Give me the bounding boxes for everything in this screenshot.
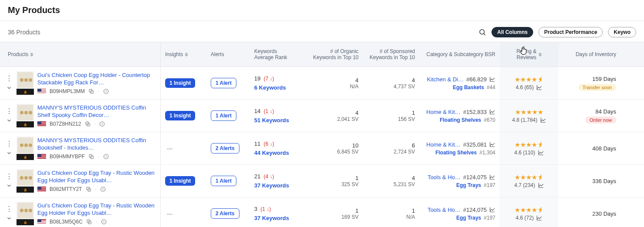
chart-icon[interactable] [536, 215, 542, 221]
dot-separator: · [98, 153, 100, 160]
kw-count-link[interactable]: 37 Keywords [254, 182, 289, 189]
expand-icon[interactable] [6, 183, 12, 189]
subcategory-link[interactable]: Egg Trays [456, 215, 481, 221]
chart-icon[interactable] [538, 182, 544, 188]
product-title-link[interactable]: MANNY'S MYSTERIOUS ODDITIES Coffin Shelf… [37, 104, 156, 119]
kw-count-link[interactable]: 51 Keywords [254, 117, 289, 124]
alert-badge[interactable]: 1 Alert [211, 176, 236, 186]
copy-icon[interactable] [86, 186, 92, 192]
expand-icon[interactable] [6, 215, 12, 221]
info-icon[interactable] [100, 186, 106, 192]
product-title-link[interactable]: MANNY'S MYSTERIOUS ODDITIES Coffin Books… [37, 137, 156, 152]
subcategory-link[interactable]: Floating Shelves [440, 117, 481, 123]
filter-keywords[interactable]: Keywo [608, 27, 636, 37]
chart-icon[interactable] [489, 207, 495, 213]
col-products[interactable]: Products [0, 42, 161, 67]
chart-icon[interactable] [536, 84, 542, 90]
row-menu-icon[interactable]: ⋮ [6, 75, 13, 82]
subcategory-link[interactable]: Egg Trays [456, 182, 481, 188]
chart-icon[interactable] [489, 141, 495, 147]
star-rating-icon: ★★★★★ [515, 108, 543, 116]
kw-change: (1 ↓) [260, 206, 271, 212]
info-icon[interactable] [103, 154, 109, 160]
expand-icon[interactable] [6, 85, 12, 91]
category-link[interactable]: Kitchen & Di… [427, 76, 464, 83]
category-rank: #152,833 [463, 109, 487, 115]
category-link[interactable]: Home & Kit… [426, 109, 461, 115]
row-menu-icon[interactable]: ⋮ [6, 173, 13, 180]
organic-count: 1 [355, 207, 359, 214]
product-title-link[interactable]: Gui's Chicken Coop Egg Tray - Rustic Woo… [37, 202, 156, 217]
amazon-badge-icon: a [17, 154, 34, 160]
product-thumbnail[interactable] [17, 169, 34, 187]
copy-icon[interactable] [88, 88, 94, 94]
row-menu-icon[interactable]: ⋮ [6, 108, 13, 115]
amazon-badge-icon: a [17, 89, 34, 95]
kw-count-link[interactable]: 37 Keywords [254, 215, 289, 221]
svg-point-37 [103, 188, 103, 188]
filter-product-performance[interactable]: Product Performance [538, 27, 603, 37]
chart-icon[interactable] [540, 117, 546, 123]
category-link[interactable]: Tools & Ho… [428, 174, 461, 180]
svg-point-39 [20, 209, 23, 212]
product-thumbnail[interactable] [17, 137, 34, 154]
svg-point-32 [29, 176, 32, 180]
row-menu-icon[interactable]: ⋮ [6, 140, 13, 147]
info-icon[interactable] [103, 88, 109, 94]
insight-badge[interactable]: 1 Insight [165, 176, 195, 186]
organic-sv: 2,041 SV [337, 116, 359, 122]
amazon-badge-icon: a [17, 187, 34, 193]
sponsored-sv: 156 SV [398, 116, 415, 122]
col-rating[interactable]: Rating & Reviews [500, 42, 558, 67]
alert-badge[interactable]: 2 Alerts [211, 143, 239, 154]
dot-separator: · [94, 120, 96, 127]
insight-badge[interactable]: 1 Insight [165, 111, 195, 120]
col-sponsored-l2: Keywords in Top 10 [369, 54, 415, 60]
chart-icon[interactable] [489, 109, 495, 115]
search-icon[interactable] [478, 28, 486, 36]
category-link[interactable]: Tools & Ho… [428, 207, 461, 213]
chart-icon[interactable] [538, 150, 544, 156]
copy-icon[interactable] [86, 219, 92, 225]
inventory-days: 408 Days [592, 145, 616, 152]
alert-badge[interactable]: 2 Alerts [211, 208, 239, 219]
col-alerts-label: Alerts [211, 51, 224, 57]
filter-all-columns[interactable]: All Columns [491, 27, 533, 37]
svg-point-14 [29, 111, 32, 114]
kw-rank: 11 [254, 140, 260, 147]
col-inventory-label: Days of Inventory [576, 51, 616, 57]
category-link[interactable]: Home & Kit… [426, 141, 461, 148]
svg-line-1 [484, 33, 485, 35]
alert-badge[interactable]: 1 Alert [211, 110, 236, 121]
subcategory-link[interactable]: Floating Shelves [435, 150, 477, 156]
svg-point-10 [106, 90, 106, 90]
product-title-link[interactable]: Gui's Chicken Coop Egg Tray - Rustic Woo… [37, 170, 156, 184]
svg-point-13 [24, 111, 28, 114]
subcategory-rank: #197 [484, 182, 495, 188]
col-insights[interactable]: Insights [161, 42, 206, 67]
expand-icon[interactable] [6, 117, 12, 124]
copy-icon[interactable] [88, 154, 94, 160]
subcategory-link[interactable]: Egg Baskets [453, 84, 484, 90]
organic-count: 10 [352, 142, 359, 149]
sponsored-sv: 5,231 SV [394, 181, 415, 187]
chart-icon[interactable] [489, 174, 495, 180]
kw-rank: 21 [254, 173, 260, 180]
info-icon[interactable] [99, 121, 105, 127]
col-organic-l1: # of Organic [330, 48, 359, 54]
product-title-link[interactable]: Gui's Chicken Coop Egg Holder - Countert… [37, 72, 156, 87]
info-icon[interactable] [101, 219, 107, 225]
alert-badge[interactable]: 1 Alert [211, 78, 236, 88]
chart-icon[interactable] [489, 76, 495, 82]
country-flag-icon [37, 121, 46, 127]
kw-count-link[interactable]: 6 Keywords [254, 84, 286, 91]
product-thumbnail[interactable] [17, 104, 34, 121]
product-thumbnail[interactable] [17, 202, 34, 219]
product-thumbnail[interactable] [17, 71, 34, 89]
inventory-days: 84 Days [595, 108, 616, 115]
row-menu-icon[interactable]: ⋮ [6, 206, 13, 213]
kw-count-link[interactable]: 44 Keywords [254, 150, 289, 156]
expand-icon[interactable] [6, 150, 12, 156]
copy-icon[interactable] [85, 121, 91, 127]
insight-badge[interactable]: 1 Insight [165, 78, 195, 88]
